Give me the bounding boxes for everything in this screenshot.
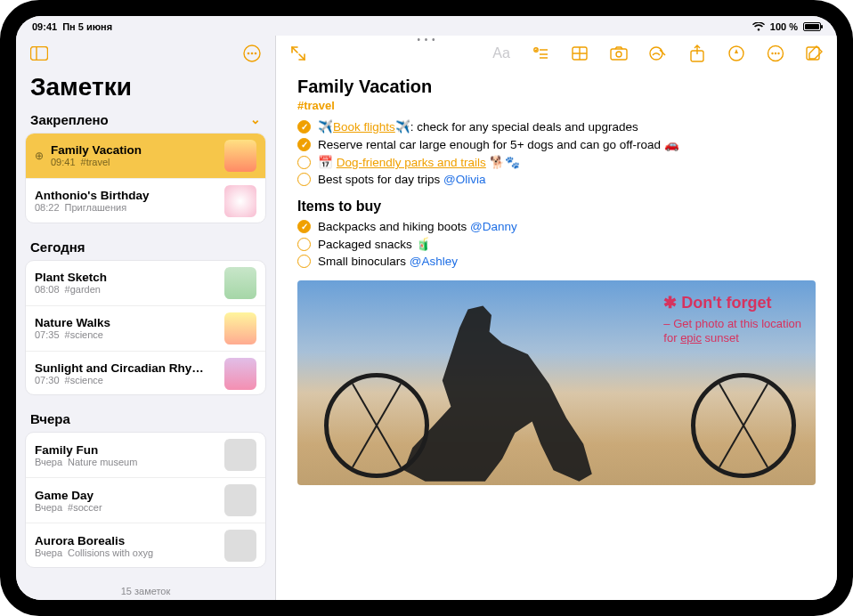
note-row-family-vacation[interactable]: ⊕ Family Vacation 09:41#travel [26, 134, 265, 179]
note-thumbnail [224, 267, 256, 299]
checklist-item[interactable]: Backpacks and hiking boots @Danny [297, 218, 816, 235]
link-book-flights[interactable]: Book flights [333, 120, 395, 134]
mention-danny[interactable]: @Danny [470, 220, 517, 233]
note-row-anthonio[interactable]: Anthonio's Birthday 08:22Приглашения [26, 179, 265, 223]
note-thumbnail [224, 530, 256, 562]
checkbox-checked-icon[interactable] [297, 138, 311, 151]
mention-olivia[interactable]: @Olivia [443, 173, 485, 186]
notes-count: 15 заметок [16, 580, 275, 600]
photo-detail [395, 298, 609, 485]
note-thumbnail [224, 312, 256, 344]
mention-ashley[interactable]: @Ashley [410, 255, 458, 268]
editor-toolbar: Aa [276, 36, 837, 71]
pin-icon: ⊕ [35, 150, 44, 162]
lock-icon[interactable] [727, 44, 746, 63]
photo-detail [691, 373, 796, 478]
checklist-item[interactable]: Reserve rental car large enough for 5+ d… [297, 135, 816, 153]
checkbox-icon[interactable] [297, 238, 311, 251]
note-row[interactable]: Game DayВчера#soccer [26, 478, 265, 523]
wifi-icon [752, 22, 765, 31]
note-row[interactable]: Family FunВчераNature museum [26, 433, 265, 478]
sidebar-toggle-icon[interactable] [27, 41, 52, 66]
checkbox-icon[interactable] [297, 156, 311, 169]
share-icon[interactable] [687, 44, 707, 63]
svg-point-4 [251, 53, 254, 55]
link-dog-parks[interactable]: Dog-friendly parks and trails [337, 156, 486, 169]
compose-icon[interactable] [805, 44, 825, 63]
more-options-icon[interactable] [240, 41, 264, 66]
note-row[interactable]: Plant Sketch08:08#garden [26, 261, 265, 306]
battery-percent: 100 % [770, 21, 798, 32]
multitask-dots[interactable]: • • • [417, 35, 435, 45]
checkbox-checked-icon[interactable] [297, 220, 311, 233]
svg-point-19 [771, 53, 773, 54]
camera-icon[interactable] [609, 44, 629, 63]
svg-point-14 [616, 52, 621, 57]
note-thumbnail [224, 439, 256, 471]
expand-icon[interactable] [288, 44, 308, 63]
sidebar-title: Заметки [16, 71, 275, 109]
checkbox-icon[interactable] [297, 173, 311, 186]
checkbox-icon[interactable] [297, 255, 311, 268]
svg-point-3 [248, 53, 250, 55]
note-title: Family Vacation [297, 77, 816, 97]
status-date: Пн 5 июня [62, 21, 112, 32]
svg-rect-13 [611, 49, 627, 60]
note-photo[interactable]: ✱ Don't forget – Get photo at this locat… [297, 280, 816, 485]
note-content[interactable]: Family Vacation #travel ✈️Book flights✈️… [276, 71, 837, 600]
checklist-item[interactable]: Best spots for day trips @Olivia [297, 171, 816, 188]
checklist-icon[interactable] [531, 44, 550, 63]
section-today: Сегодня [16, 236, 275, 260]
note-thumbnail [224, 358, 256, 390]
subheading-items: Items to buy [297, 199, 816, 215]
more-icon[interactable] [766, 44, 785, 63]
status-time: 09:41 [32, 21, 57, 32]
checklist-item[interactable]: ✈️Book flights✈️: check for any special … [297, 118, 816, 135]
svg-point-21 [777, 53, 779, 54]
checklist-item[interactable]: Small binoculars @Ashley [297, 253, 816, 270]
battery-icon [803, 22, 821, 31]
status-bar: 09:41 Пн 5 июня 100 % [16, 16, 837, 36]
notes-sidebar: Заметки Закреплено ⌄ ⊕ Family Vacation 0… [16, 36, 276, 600]
section-yesterday: Вчера [16, 408, 275, 432]
chevron-down-icon: ⌄ [250, 112, 261, 126]
checkbox-checked-icon[interactable] [297, 120, 311, 134]
checklist-item[interactable]: 📅 Dog-friendly parks and trails 🐕🐾 [297, 153, 816, 171]
note-tag[interactable]: #travel [297, 99, 816, 112]
handwritten-annotation: ✱ Don't forget – Get photo at this locat… [663, 293, 801, 345]
note-thumbnail [224, 185, 256, 217]
format-text-icon[interactable]: Aa [491, 44, 511, 63]
note-row[interactable]: Aurora BorealisВчераCollisions with oxyg [26, 523, 265, 568]
note-thumbnail [224, 484, 256, 516]
note-editor: Aa Family Vacation #travel ✈️Book fl [276, 36, 837, 600]
section-pinned[interactable]: Закреплено ⌄ [16, 109, 275, 133]
checklist-item[interactable]: Packaged snacks 🧃 [297, 235, 816, 253]
svg-point-20 [775, 53, 776, 54]
markup-icon[interactable] [648, 44, 668, 63]
svg-rect-0 [31, 46, 48, 60]
svg-point-5 [255, 53, 257, 55]
note-row[interactable]: Sunlight and Circadian Rhy…07:30#science [26, 352, 265, 396]
table-icon[interactable] [570, 44, 589, 63]
note-row[interactable]: Nature Walks07:35#science [26, 306, 265, 352]
note-thumbnail [224, 140, 256, 172]
